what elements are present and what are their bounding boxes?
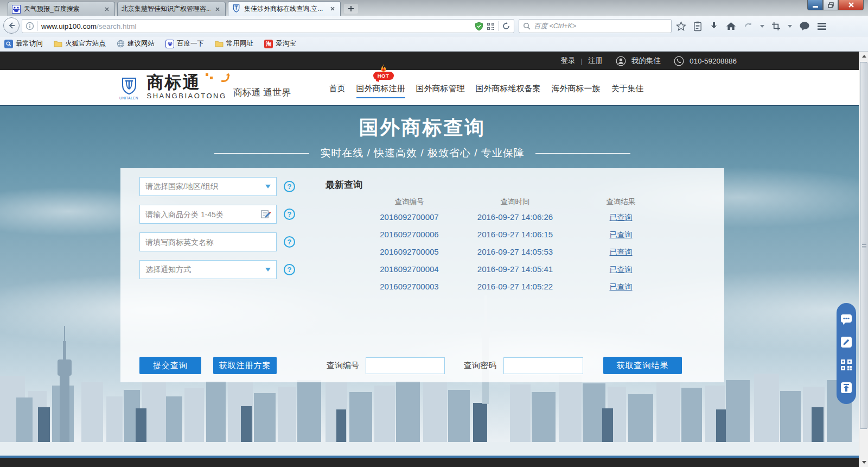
help-icon[interactable]: ? — [284, 264, 295, 275]
get-registration-plan-button[interactable]: 获取注册方案 — [213, 357, 277, 374]
bookmark-aitaobao[interactable]: 淘 爱淘宝 — [264, 39, 296, 48]
close-icon[interactable] — [103, 5, 111, 13]
unitalen-logo: UNITALEN — [118, 77, 141, 100]
site-logo[interactable]: UNITALEN 商标通 SHANGBIAOTONG 商标通 通世界 — [118, 74, 291, 100]
latest-queries: 最新查询 查询编号 查询时间 查询结果 2016092700007 2016-0… — [326, 179, 674, 295]
chevron-down-icon[interactable] — [788, 25, 792, 28]
browser-tab-jijia-site[interactable]: 北京集慧智佳知识产权管理咨... — [117, 2, 226, 16]
query-form: 请选择国家/地区/组织 ? ? — [139, 177, 295, 279]
get-query-result-button[interactable]: 获取查询结果 — [603, 357, 682, 374]
url-text: www.uip100.com/search.html — [41, 22, 471, 30]
bookmark-label: 建议网站 — [127, 39, 155, 48]
divider: | — [580, 57, 583, 65]
shield-icon[interactable] — [475, 22, 483, 31]
country-select[interactable]: 请选择国家/地区/组织 — [139, 177, 277, 196]
submit-query-button[interactable]: 提交查询 — [139, 357, 201, 374]
nav-about-jijia[interactable]: 关于集佳 — [611, 84, 644, 98]
query-number: 2016092700004 — [356, 261, 462, 278]
scrollbar-thumb[interactable] — [860, 62, 867, 429]
restore-button[interactable] — [823, 0, 838, 10]
trademark-name-input-box[interactable] — [139, 232, 277, 251]
close-icon[interactable] — [214, 5, 221, 13]
minimize-button[interactable] — [807, 0, 823, 10]
bookmark-most-visited[interactable]: 最常访问 — [4, 39, 43, 48]
help-icon[interactable]: ? — [284, 209, 295, 220]
vertical-scrollbar[interactable] — [859, 52, 868, 467]
query-time: 2016-09-27 14:06:26 — [462, 209, 568, 226]
category-input[interactable] — [145, 210, 257, 219]
nav-home[interactable]: 首页 — [329, 84, 346, 98]
close-icon[interactable] — [329, 5, 336, 12]
section-heading: 最新查询 — [326, 179, 674, 191]
bookmark-baidu[interactable]: 百度一下 — [165, 39, 204, 48]
floating-sidebar — [837, 303, 856, 404]
trademark-name-input[interactable] — [145, 238, 271, 247]
my-account-link[interactable]: 我的集佳 — [631, 56, 661, 66]
sync-icon[interactable] — [743, 21, 753, 31]
search-box[interactable] — [519, 19, 672, 33]
new-tab-button[interactable] — [344, 4, 358, 14]
url-bar[interactable]: www.uip100.com/search.html — [22, 19, 514, 33]
site-footer — [0, 458, 859, 467]
back-to-top-icon[interactable] — [840, 381, 853, 394]
downloads-icon[interactable] — [709, 21, 719, 31]
clipper-icon[interactable] — [771, 22, 781, 31]
notify-method-select[interactable]: 选择通知方式 — [139, 260, 277, 279]
site-info-icon[interactable] — [25, 22, 34, 30]
edit-icon[interactable] — [260, 209, 271, 219]
query-number: 2016092700005 — [356, 243, 462, 261]
query-result-link[interactable]: 已查询 — [610, 248, 633, 256]
reading-list-icon[interactable] — [693, 21, 702, 31]
browser-tab-active-search[interactable]: 集佳涉外商标在线查询,立... — [228, 1, 341, 16]
login-link[interactable]: 登录 — [560, 56, 575, 66]
query-result-link[interactable]: 已查询 — [610, 213, 633, 222]
register-link[interactable]: 注册 — [588, 56, 603, 66]
nav-rights-protection-filing[interactable]: 国外商标维权备案 — [476, 84, 541, 98]
taobao-icon: 淘 — [264, 40, 273, 48]
nav-overseas-trademark-family[interactable]: 海外商标一族 — [552, 84, 601, 98]
browser-tab-weather[interactable]: 天气预报_百度搜索 — [8, 2, 115, 16]
query-result-link[interactable]: 已查询 — [610, 265, 633, 274]
query-result-link[interactable]: 已查询 — [610, 282, 633, 291]
scroll-down-button[interactable] — [859, 458, 868, 467]
query-password-input[interactable] — [503, 357, 583, 374]
chevron-down-icon[interactable] — [760, 25, 764, 28]
query-number-input[interactable] — [366, 357, 445, 374]
bookmark-star-icon[interactable] — [676, 21, 686, 31]
home-icon[interactable] — [726, 21, 736, 31]
query-number-label: 查询编号 — [327, 357, 359, 374]
chevron-down-icon — [265, 268, 271, 272]
nav-foreign-trademark-management[interactable]: 国外商标管理 — [416, 84, 465, 98]
qr-code-icon[interactable] — [840, 358, 853, 371]
chat-icon[interactable] — [840, 313, 853, 326]
help-icon[interactable]: ? — [284, 236, 295, 248]
results-table: 查询编号 查询时间 查询结果 2016092700007 2016-09-27 … — [356, 195, 674, 295]
user-icon — [616, 56, 626, 66]
bookmark-firefox-official[interactable]: 火狐官方站点 — [54, 39, 106, 48]
reload-icon[interactable] — [502, 22, 510, 30]
category-input-box[interactable] — [139, 205, 277, 224]
menu-icon[interactable] — [817, 22, 827, 30]
browser-titlebar: 天气预报_百度搜索 北京集慧智佳知识产权管理咨... 集佳涉外商标在线查询,立.… — [0, 0, 868, 16]
phone-number: 010-59208886 — [690, 57, 737, 65]
help-icon[interactable]: ? — [284, 181, 295, 192]
site-topbar: 登录 | 注册 我的集佳 010-59208886 — [0, 52, 859, 70]
folder-icon — [215, 40, 224, 47]
query-time: 2016-09-27 14:05:41 — [462, 261, 568, 278]
bookmark-suggested-sites[interactable]: 建议网站 — [117, 39, 155, 48]
bookmark-common-sites[interactable]: 常用网址 — [215, 39, 253, 48]
bookmark-label: 最常访问 — [16, 39, 43, 48]
qr-code-icon[interactable] — [487, 22, 495, 30]
nav-foreign-trademark-registration[interactable]: 国外商标注册 HOT — [356, 84, 405, 98]
divider — [214, 153, 309, 154]
search-input[interactable] — [534, 22, 667, 30]
hot-badge: HOT — [373, 64, 394, 80]
chat-bubble-icon[interactable] — [799, 21, 810, 31]
close-window-button[interactable] — [838, 0, 864, 10]
query-number: 2016092700007 — [356, 209, 462, 226]
query-result-link[interactable]: 已查询 — [610, 230, 633, 239]
feedback-pencil-icon[interactable] — [840, 336, 853, 349]
back-button[interactable] — [3, 17, 20, 34]
scroll-up-button[interactable] — [859, 52, 868, 61]
table-header: 查询编号 查询时间 查询结果 — [356, 195, 674, 209]
